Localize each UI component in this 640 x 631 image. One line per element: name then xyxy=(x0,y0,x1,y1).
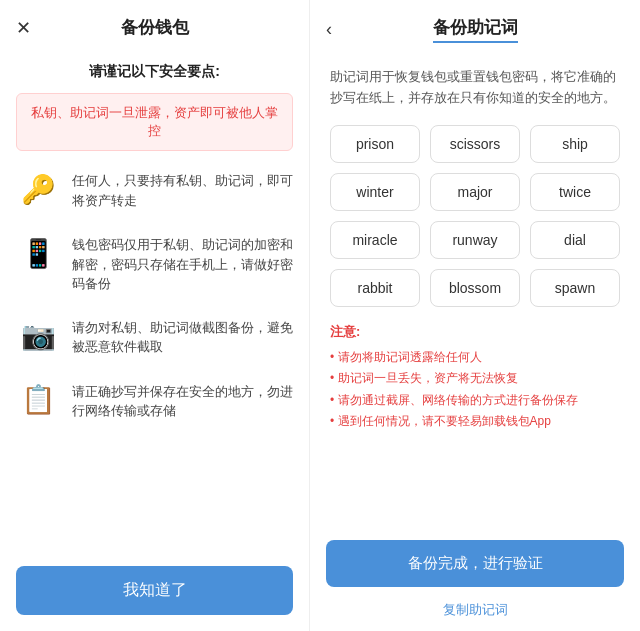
backup-verify-button[interactable]: 备份完成，进行验证 xyxy=(326,540,624,587)
tip-list: 🔑 任何人，只要持有私钥、助记词，即可将资产转走 📱 钱包密码仅用于私钥、助记词… xyxy=(0,167,309,550)
tip-text: 请正确抄写并保存在安全的地方，勿进行网络传输或存储 xyxy=(72,378,293,421)
right-panel: ‹ 备份助记词 助记词用于恢复钱包或重置钱包密码，将它准确的抄写在纸上，并存放在… xyxy=(310,0,640,631)
know-button[interactable]: 我知道了 xyxy=(16,566,293,615)
tip-icon: 📋 xyxy=(16,378,60,422)
tip-item: 📱 钱包密码仅用于私钥、助记词的加密和解密，密码只存储在手机上，请做好密码备份 xyxy=(16,231,293,294)
mnemonic-word: rabbit xyxy=(330,269,420,307)
back-button[interactable]: ‹ xyxy=(326,19,332,40)
notes-item: 助记词一旦丢失，资产将无法恢复 xyxy=(330,368,620,390)
mnemonic-word: miracle xyxy=(330,221,420,259)
mnemonic-word: scissors xyxy=(430,125,520,163)
tip-text: 任何人，只要持有私钥、助记词，即可将资产转走 xyxy=(72,167,293,210)
notes-item: 请勿将助记词透露给任何人 xyxy=(330,347,620,369)
tip-icon: 📷 xyxy=(16,314,60,358)
copy-mnemonic-link[interactable]: 复制助记词 xyxy=(326,597,624,623)
mnemonic-word: twice xyxy=(530,173,620,211)
mnemonic-word: spawn xyxy=(530,269,620,307)
left-header: ✕ 备份钱包 xyxy=(0,0,309,55)
mnemonic-word: dial xyxy=(530,221,620,259)
mnemonic-word: major xyxy=(430,173,520,211)
right-header: ‹ 备份助记词 xyxy=(310,0,640,59)
left-panel: ✕ 备份钱包 请谨记以下安全要点: 私钥、助记词一旦泄露，资产即可被他人掌控 🔑… xyxy=(0,0,310,631)
tip-icon: 🔑 xyxy=(16,167,60,211)
mnemonic-word: prison xyxy=(330,125,420,163)
tip-item: 📋 请正确抄写并保存在安全的地方，勿进行网络传输或存储 xyxy=(16,378,293,422)
notes-item: 遇到任何情况，请不要轻易卸载钱包App xyxy=(330,411,620,433)
notes-item: 请勿通过截屏、网络传输的方式进行备份保存 xyxy=(330,390,620,412)
right-footer: 备份完成，进行验证 复制助记词 xyxy=(310,528,640,631)
mnemonic-word: runway xyxy=(430,221,520,259)
mnemonic-grid: prisonscissorsshipwintermajortwicemiracl… xyxy=(310,125,640,323)
tip-item: 🔑 任何人，只要持有私钥、助记词，即可将资产转走 xyxy=(16,167,293,211)
left-subtitle: 请谨记以下安全要点: xyxy=(0,55,309,93)
mnemonic-word: winter xyxy=(330,173,420,211)
warning-banner: 私钥、助记词一旦泄露，资产即可被他人掌控 xyxy=(16,93,293,151)
tip-icon: 📱 xyxy=(16,231,60,275)
left-title: 备份钱包 xyxy=(121,16,189,39)
tip-text: 请勿对私钥、助记词做截图备份，避免被恶意软件截取 xyxy=(72,314,293,357)
tip-item: 📷 请勿对私钥、助记词做截图备份，避免被恶意软件截取 xyxy=(16,314,293,358)
notes-title: 注意: xyxy=(330,323,620,341)
mnemonic-word: ship xyxy=(530,125,620,163)
tip-text: 钱包密码仅用于私钥、助记词的加密和解密，密码只存储在手机上，请做好密码备份 xyxy=(72,231,293,294)
right-title: 备份助记词 xyxy=(433,16,518,43)
left-footer: 我知道了 xyxy=(0,550,309,631)
right-description: 助记词用于恢复钱包或重置钱包密码，将它准确的抄写在纸上，并存放在只有你知道的安全… xyxy=(310,59,640,125)
notes-section: 注意: 请勿将助记词透露给任何人助记词一旦丢失，资产将无法恢复请勿通过截屏、网络… xyxy=(310,323,640,445)
close-button[interactable]: ✕ xyxy=(16,19,31,37)
mnemonic-word: blossom xyxy=(430,269,520,307)
